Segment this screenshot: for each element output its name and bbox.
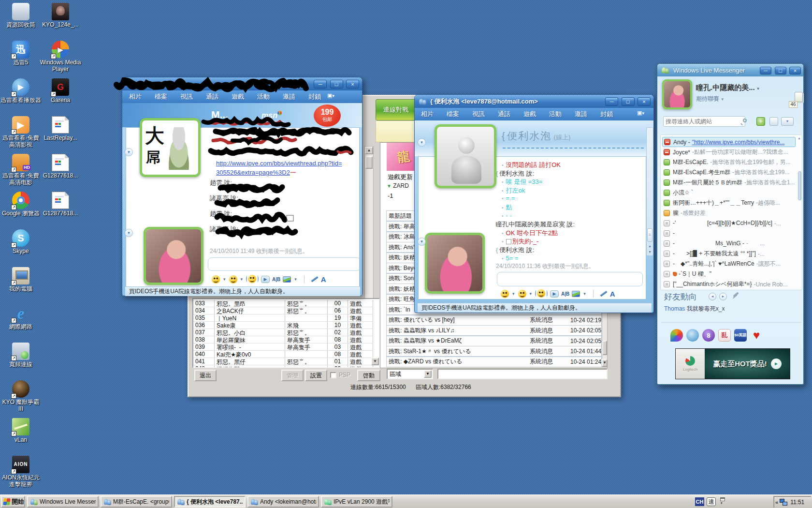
font-icon[interactable]: A|B xyxy=(272,277,280,282)
scroll-thumb[interactable] xyxy=(365,156,373,169)
minimize-button[interactable]: ─ xyxy=(314,80,327,89)
logitech-ad-arrow-icon[interactable]: ► xyxy=(771,359,782,369)
title-bar[interactable]: ─ □ × xyxy=(122,77,362,90)
photo-icon[interactable] xyxy=(283,276,291,283)
self-avatar[interactable] xyxy=(425,233,485,294)
menu-chat1[interactable]: 檔案 xyxy=(155,92,167,101)
contact-avatar[interactable] xyxy=(435,124,496,188)
feed-settings-icon[interactable] xyxy=(733,292,739,297)
collapse-self-avatar-button[interactable]: ▾ xyxy=(418,238,426,246)
message-input[interactable] xyxy=(208,257,360,271)
desktop-icon-broadband-connection[interactable]: ↗寬頻連線 xyxy=(0,343,42,368)
contact-row[interactable]: M群-EsCapE.考生m群-施华洛首饰礼盒199... xyxy=(662,167,796,178)
self-avatar[interactable] xyxy=(144,227,203,285)
8ball-icon[interactable]: 8 xyxy=(702,329,715,342)
wink-smiley-icon[interactable] xyxy=(518,290,526,298)
contact-row[interactable]: M群-一個只屬於５Ｂ的m群-施华洛首饰礼盒1... xyxy=(662,178,796,188)
chat-scrollbar[interactable]: ≡ ▴ ▾ xyxy=(646,127,653,256)
network-tray-icon[interactable] xyxy=(780,499,787,506)
layout-options-icon[interactable]: ▾ xyxy=(781,117,794,126)
user-name[interactable]: 瞳孔.中隱藏的美... ▾ xyxy=(696,83,759,92)
scroll-down-icon[interactable]: ▾ xyxy=(647,249,652,255)
mail-icon[interactable] xyxy=(795,92,803,102)
challenge-row[interactable]: 挑戰: 蟲蟲戰隊 vs ★DrEaMζ系統消息10-24 02:05 xyxy=(386,336,602,346)
ad-199-badge[interactable]: 199 包邮 xyxy=(314,105,341,127)
dropdown-icon[interactable]: ▾ xyxy=(294,277,297,282)
online-battle-tab[interactable]: 連線對戰 xyxy=(376,99,416,120)
menu-chat1[interactable]: 通話 xyxy=(206,92,218,101)
lobby-chat-input[interactable] xyxy=(437,369,608,379)
menu-chat2[interactable]: 檔案 xyxy=(447,110,459,119)
desktop-icon-google-chrome[interactable]: ↗Google 瀏覽器 xyxy=(0,192,42,217)
taskbar-button[interactable]: M群-EsCapE. <group698... xyxy=(101,496,172,508)
textcolor-icon[interactable]: A xyxy=(610,290,615,298)
contact-row[interactable]: Andy -"http://www.ipve.com/bbs/viewthre.… xyxy=(662,137,796,147)
user-status[interactable]: 期待聯賽 ▾ xyxy=(696,94,724,103)
table-row[interactable]: 039署嘐頭-_-舉高隻手03遊戲 xyxy=(193,344,373,351)
buddy-icon[interactable] xyxy=(686,329,699,342)
user-avatar[interactable] xyxy=(662,79,692,109)
feed-item-name[interactable]: Thomas xyxy=(664,305,685,312)
desktop-icon-vlan[interactable]: ↗vLan xyxy=(0,418,42,444)
maximize-button[interactable]: □ xyxy=(622,97,635,106)
contact-row[interactable]: -ゞ xyxy=(662,228,796,239)
ime-indicator[interactable]: 速 xyxy=(707,497,716,506)
contact-row[interactable]: - Ms_WinG -- ... xyxy=(662,239,796,249)
desktop-icon-kyo-124e-file[interactable]: KYO_124e_... xyxy=(40,3,81,29)
contact-row[interactable]: Joyce*-點解一份功課可以做咁耐...?我懷念... xyxy=(662,147,796,157)
photo-icon[interactable] xyxy=(572,291,580,297)
table-scroll-down-icon[interactable]: ▼ xyxy=(371,358,379,365)
manage-button[interactable]: 管理 xyxy=(281,370,304,381)
contacts-scroll-thumb[interactable] xyxy=(798,171,801,200)
menu-chat1[interactable]: 相片 xyxy=(129,92,142,101)
region-select-arrow-icon[interactable]: ▼ xyxy=(424,370,432,378)
close-button[interactable]: × xyxy=(789,67,801,75)
contacts-scroll-up-icon[interactable]: ▴ xyxy=(797,136,801,140)
menu-chat1[interactable]: 活動 xyxy=(257,92,270,101)
table-row[interactable]: 036Sake康米飛10遊戲 xyxy=(193,322,373,329)
nudge-icon[interactable] xyxy=(246,275,259,284)
menu-chat2[interactable]: 活動 xyxy=(549,110,562,119)
scroll-down-icon[interactable]: ▼ xyxy=(602,359,608,367)
logitech-ad[interactable]: Logitech 赢走至HOT獎品! ► xyxy=(675,348,790,379)
dropdown-icon[interactable]: ▾ xyxy=(512,291,515,296)
collapse-self-avatar-button[interactable]: ▾ xyxy=(125,229,133,237)
font-icon[interactable]: A|B xyxy=(561,291,569,297)
menu-chat2[interactable]: 通話 xyxy=(498,110,510,119)
dropdown-icon[interactable]: ▾ xyxy=(530,291,532,296)
contact-row[interactable]: - >[[▉ + 不要離我太遠 °° *]]"]-... xyxy=(662,249,796,259)
heart-icon[interactable]: ♥ xyxy=(750,329,763,342)
feed-prev-icon[interactable]: ◄ xyxy=(709,293,716,300)
table-row[interactable]: 037邪惡。小白邪惡⺌。02遊戲 xyxy=(193,329,373,336)
title-bar[interactable]: { 便利水泡 <leve7878@hotmail.com> ─ □ × xyxy=(415,95,653,108)
toolbar-restore-icon[interactable] xyxy=(720,497,725,501)
desktop-icon-internet-explorer[interactable]: e↗網際網路 xyxy=(0,305,42,330)
search-input[interactable] xyxy=(664,118,742,125)
settings-button[interactable]: 設置 xyxy=(305,370,327,381)
smiley-icon[interactable] xyxy=(212,275,220,284)
game-update-label[interactable]: 遊戲更新 xyxy=(388,173,413,181)
menu-chat2[interactable]: 相片 xyxy=(421,110,434,119)
dropdown-icon[interactable]: ▾ xyxy=(223,277,226,282)
menu-chat2[interactable]: 邀請 xyxy=(575,110,587,119)
challenge-row[interactable]: 挑戰: 蟲蟲戰隊 vs ♪LILY♫系統消息10-24 02:05 xyxy=(386,325,602,336)
contact-row[interactable]: 衝阿衝…+++十)＿+*""＿＿Terry-越係唔... xyxy=(662,198,796,208)
contact-status-link[interactable]: "http://www.ipve.com/bbs/viewthre... xyxy=(692,139,785,146)
desktop-icon-garena[interactable]: G↗Garena xyxy=(40,78,81,104)
contact-row[interactable]: ["__Chimantinホシベ何細卑*=}-Uncle Rob... xyxy=(662,279,796,289)
table-row[interactable]: 033邪惡。里昂邪惡⺌。00遊戲 xyxy=(193,300,373,307)
ad-strip[interactable]: 買IDEOS手機送UA院線電影禮券。潮物上身，人人自動獻身。 xyxy=(418,303,652,313)
language-indicator[interactable]: CH xyxy=(695,497,704,506)
title-bar[interactable]: Windows Live Messenger ─ □ × xyxy=(657,64,803,76)
voiceclip-icon[interactable]: ▶ xyxy=(550,290,559,298)
ad-strip[interactable]: 買IDEOS手機送UA院線電影禮券。潮物上身，人人自動獻身。 xyxy=(125,286,360,296)
desktop-icon-xunlei-kankan-hd-movie[interactable]: HD↗迅雷看看-免費高清电影 xyxy=(0,154,42,186)
table-row[interactable]: 034之BACK仔邪惡⺌。06遊戲 xyxy=(193,307,373,314)
menu-chat1[interactable]: 遊戲 xyxy=(232,92,244,101)
desktop-icon-windows-media-player[interactable]: ▶↗Windows Media Player xyxy=(40,41,81,73)
minimize-button[interactable]: ─ xyxy=(760,67,771,75)
taskbar-button[interactable]: IPvE vLan 2900 遊戲平台 xyxy=(321,496,392,508)
contact-row[interactable]: - ◆*"..青蛙..,|,'|` ♥^LaWRenCe-讓那不... xyxy=(662,259,796,269)
table-row[interactable]: 035｜YueN19準備 xyxy=(193,314,373,322)
shared-link-line2[interactable]: 305526&extra=page%3D2 xyxy=(216,169,290,176)
